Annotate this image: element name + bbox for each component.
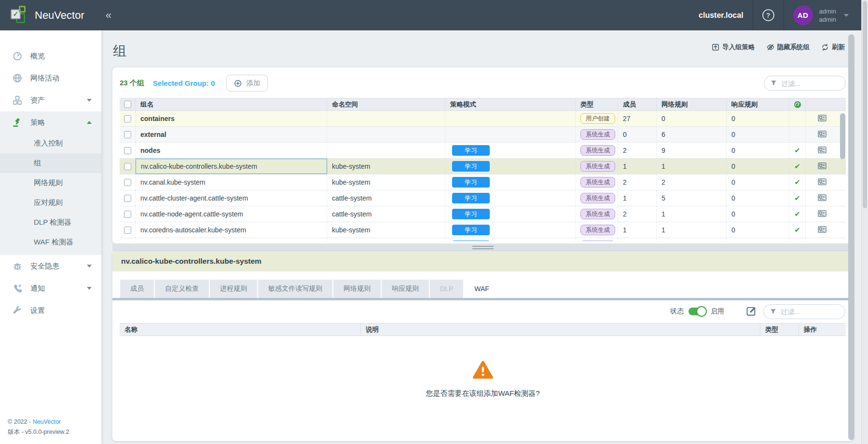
tab-dlp[interactable]: DLP [430, 280, 463, 298]
footer-neuvector-link[interactable]: NeuVector [33, 418, 61, 425]
add-group-button[interactable]: 添加 [226, 75, 268, 92]
tab-敏感文件读写规则[interactable]: 敏感文件读写规则 [258, 280, 332, 298]
table-row[interactable]: nv.coredns.kube-systemkube-system学习系统生成3… [120, 238, 846, 241]
learn-mode-button[interactable]: 学习 [452, 161, 490, 172]
tab-自定义检查[interactable]: 自定义检查 [155, 280, 209, 298]
policy-mode-cell: 学习 [445, 190, 576, 206]
learn-mode-button[interactable]: 学习 [452, 209, 490, 219]
help-icon[interactable]: ? [762, 9, 774, 21]
row-checkbox[interactable] [124, 163, 131, 170]
type-cell: 系统生成 [576, 159, 618, 174]
members-cell: 2 [618, 143, 657, 158]
table-row[interactable]: nv.canal.kube-systemkube-system学习系统生成220… [120, 175, 846, 190]
tab-waf[interactable]: WAF [464, 280, 499, 298]
sidebar-collapse-button[interactable]: « [106, 10, 111, 21]
waf-filter-input[interactable] [781, 308, 839, 315]
sidebar-section-expanded: 策略准入控制组网络规则应对规则DLP 检测器WAF 检测器 [0, 111, 101, 255]
waf-column-header[interactable]: 说明 [361, 323, 760, 336]
sidebar-subitem[interactable]: 准入控制 [0, 134, 101, 153]
sidebar-item-cubes[interactable]: 资产 [0, 89, 101, 111]
column-header[interactable]: 策略模式 [445, 98, 576, 110]
waf-status-toggle[interactable] [689, 308, 706, 315]
column-header[interactable]: 响应规则 [727, 98, 789, 110]
row-checkbox-cell [120, 111, 136, 126]
response-rules-cell: 0 [727, 206, 789, 222]
select-all-checkbox[interactable] [124, 101, 131, 108]
column-header[interactable]: 组名 [136, 98, 327, 110]
sidebar-subitem[interactable]: DLP 检测器 [0, 213, 101, 232]
table-row[interactable]: nv.cattle-node-agent.cattle-systemcattle… [120, 206, 846, 222]
table-row[interactable]: nv.cattle-cluster-agent.cattle-systemcat… [120, 190, 846, 206]
sidebar-item-gauge[interactable]: 概览 [0, 45, 101, 67]
avatar[interactable]: AD [793, 5, 813, 25]
row-checkbox[interactable] [124, 115, 131, 122]
waf-column-header[interactable]: 操作 [799, 323, 846, 336]
phone-icon [13, 283, 22, 293]
table-row[interactable]: nv.coredns-autoscaler.kube-systemkube-sy… [120, 222, 846, 238]
view-details-button[interactable] [816, 225, 828, 235]
table-row[interactable]: nodes学习系统生成290✔ [120, 143, 846, 159]
tab-网络规则[interactable]: 网络规则 [333, 280, 381, 298]
waf-column-header[interactable]: 名称 [120, 323, 361, 336]
tab-成员[interactable]: 成员 [120, 280, 154, 298]
sidebar-item-globe[interactable]: 网络活动 [0, 67, 101, 89]
page-action-refresh[interactable]: 刷新 [821, 43, 845, 52]
learn-mode-button[interactable]: 学习 [452, 193, 490, 203]
view-details-button[interactable] [816, 209, 828, 219]
row-checkbox[interactable] [124, 211, 131, 218]
groups-table-body: containers用户创建2700external系统生成060nodes学习… [120, 111, 846, 241]
groups-filter-input[interactable] [781, 80, 839, 87]
view-details-button[interactable] [816, 177, 828, 187]
waf-column-header[interactable]: 类型 [760, 323, 799, 336]
cubes-icon [13, 95, 22, 105]
namespace-cell [327, 143, 445, 158]
learn-mode-button[interactable]: 学习 [452, 241, 490, 241]
panel-splitter[interactable] [112, 243, 853, 251]
row-checkbox[interactable] [124, 131, 131, 138]
sidebar-item-wrench[interactable]: 设置 [0, 299, 101, 322]
table-row[interactable]: containers用户创建2700 [120, 111, 846, 127]
column-header[interactable]: 网络规则 [657, 98, 727, 110]
tab-进程规则[interactable]: 进程规则 [210, 280, 257, 298]
type-cell: 系统生成 [576, 238, 618, 241]
sidebar-item-phone[interactable]: 通知 [0, 277, 101, 299]
learn-mode-button[interactable]: 学习 [452, 177, 490, 188]
user-menu-caret-icon[interactable] [844, 14, 849, 17]
window-scrollbar[interactable] [861, 0, 868, 444]
row-checkbox[interactable] [124, 147, 131, 154]
tab-响应规则[interactable]: 响应规则 [382, 280, 429, 298]
sidebar-subitem[interactable]: 网络规则 [0, 173, 101, 193]
learn-mode-button[interactable]: 学习 [452, 145, 490, 156]
column-header[interactable]: 命名空间 [327, 98, 445, 110]
sidebar-subitem[interactable]: WAF 检测器 [0, 232, 101, 252]
row-checkbox[interactable] [124, 195, 131, 202]
group-name-cell: nodes [136, 143, 327, 158]
view-details-button[interactable] [816, 130, 828, 139]
view-details-button[interactable] [816, 161, 828, 171]
warning-triangle-icon [472, 373, 494, 381]
sidebar-item-bug[interactable]: 安全隐患 [0, 255, 101, 277]
row-checkbox[interactable] [124, 227, 131, 234]
sidebar-subitem[interactable]: 应对规则 [0, 193, 101, 213]
row-checkbox[interactable] [124, 179, 131, 186]
column-header[interactable]: 类型 [576, 98, 618, 110]
edit-waf-button[interactable] [745, 306, 757, 317]
sidebar-subitem[interactable]: 组 [0, 153, 101, 173]
learn-mode-button[interactable]: 学习 [452, 225, 490, 235]
row-checkbox-cell [120, 222, 136, 238]
enabled-label: 启用 [711, 307, 724, 316]
table-row[interactable]: nv.calico-kube-controllers.kube-systemku… [120, 159, 846, 175]
page-action-import[interactable]: 导入组策略 [712, 43, 755, 52]
sidebar-item-gavel[interactable]: 策略 [0, 111, 101, 134]
content-scrollbar[interactable] [848, 34, 854, 440]
check-icon: ✔ [794, 226, 800, 234]
view-details-button[interactable] [816, 193, 828, 203]
column-header-score[interactable] [789, 98, 806, 110]
user-info[interactable]: admin admin [819, 7, 836, 24]
groups-table-scrollbar[interactable] [840, 113, 845, 159]
column-header[interactable]: 成员 [618, 98, 657, 110]
view-details-button[interactable] [816, 114, 828, 123]
view-details-button[interactable] [816, 146, 828, 155]
page-action-eye-off[interactable]: 隐藏系统组 [767, 43, 810, 52]
table-row[interactable]: external系统生成060 [120, 127, 846, 143]
